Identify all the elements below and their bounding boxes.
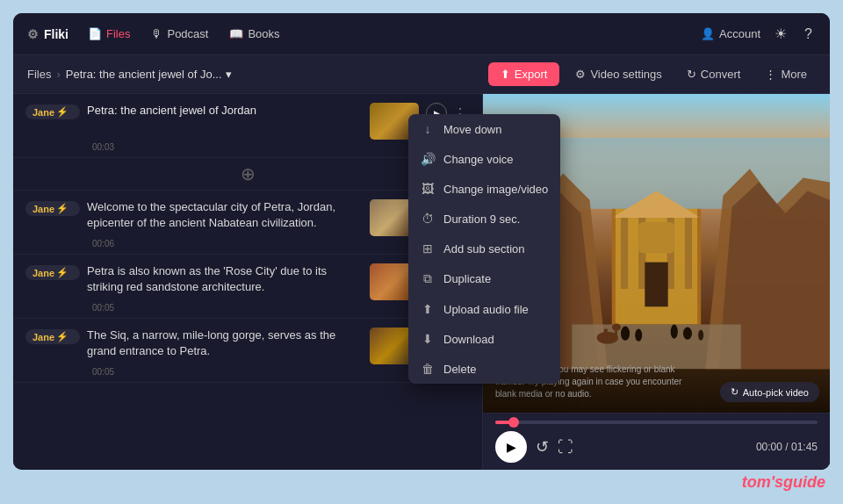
podcast-icon: 🎙 — [151, 27, 162, 40]
svg-rect-15 — [572, 325, 740, 370]
nav-item-podcast[interactable]: 🎙 Podcast — [142, 22, 217, 46]
menu-add-sub-label: Add sub section — [443, 242, 525, 256]
lightning-icon: ⚡ — [56, 203, 68, 214]
segment-content: Petra is also known as the 'Rose City' d… — [87, 264, 327, 293]
branding-logo: tom'sguide — [742, 473, 825, 492]
menu-item-add-sub[interactable]: ⊞ Add sub section — [408, 234, 560, 263]
menu-item-delete[interactable]: 🗑 Delete — [408, 354, 560, 384]
menu-change-voice-label: Change voice — [443, 153, 514, 166]
branding-highlight: guide — [783, 473, 825, 491]
segment-time-left: 00:05 — [92, 303, 114, 313]
svg-rect-23 — [615, 331, 617, 340]
lightning-icon: ⚡ — [56, 106, 68, 118]
menu-item-download[interactable]: ⬇ Download — [408, 324, 560, 354]
svg-rect-9 — [685, 218, 692, 289]
menu-item-change-voice[interactable]: 🔊 Change voice — [408, 144, 560, 174]
user-icon: 👤 — [701, 27, 715, 40]
segment-title: Petra: the ancient jewel of Jordan — [87, 104, 256, 117]
account-label: Account — [719, 27, 760, 40]
context-menu: ↓ Move down 🔊 Change voice 🖼 Change imag… — [408, 114, 560, 384]
menu-item-move-down[interactable]: ↓ Move down — [408, 114, 560, 144]
help-button[interactable]: ? — [801, 23, 816, 46]
play-pause-button[interactable]: ▶ — [495, 431, 527, 463]
nav-files-label: Files — [106, 27, 130, 40]
svg-rect-6 — [621, 218, 628, 289]
export-icon: ⬆ — [501, 68, 510, 81]
breadcrumb-current-label: Petra: the ancient jewel of Jo... — [66, 68, 222, 81]
theme-toggle-button[interactable]: ☀ — [771, 22, 790, 46]
svg-point-24 — [612, 324, 621, 331]
speaker-badge: Jane⚡ — [25, 329, 80, 344]
svg-rect-13 — [612, 209, 616, 325]
add-sub-icon: ⊞ — [421, 241, 435, 256]
chevron-down-icon: ▾ — [226, 68, 232, 81]
time-display: 00:00 / 01:45 — [756, 441, 818, 453]
menu-item-duplicate[interactable]: ⧉ Duplicate — [408, 263, 560, 294]
upload-icon: ⬆ — [421, 302, 435, 316]
delete-icon: 🗑 — [421, 362, 435, 376]
menu-item-change-image[interactable]: 🖼 Change image/video — [408, 174, 560, 204]
fullscreen-button[interactable]: ⛶ — [558, 438, 573, 457]
svg-rect-12 — [638, 222, 674, 253]
breadcrumb-separator: › — [56, 68, 60, 81]
nav-item-books[interactable]: 📖 Books — [220, 22, 288, 46]
segment-time-left: 00:05 — [92, 367, 114, 377]
gear-icon: ⚙ — [27, 27, 39, 41]
menu-move-down-label: Move down — [443, 123, 501, 136]
segment-text: The Siq, a narrow, mile-long gorge, serv… — [87, 328, 363, 359]
auto-pick-video-button[interactable]: ↻ Auto-pick video — [720, 382, 819, 402]
toolbar: Files › Petra: the ancient jewel of Jo..… — [13, 55, 830, 94]
replay-button[interactable]: ↺ — [536, 437, 549, 457]
top-navigation: ⚙ Fliki 📄 Files 🎙 Podcast 📖 Books 👤 Acco… — [13, 13, 830, 55]
nav-item-files[interactable]: 📄 Files — [79, 22, 139, 46]
files-icon: 📄 — [88, 27, 102, 40]
download-icon: ⬇ — [421, 332, 435, 346]
convert-button[interactable]: ↻ Convert — [678, 62, 750, 86]
video-controls: ▶ ↺ ⛶ 00:00 / 01:45 — [483, 413, 830, 470]
svg-rect-22 — [604, 329, 608, 340]
segment-text: Welcome to the spectacular city of Petra… — [87, 199, 363, 231]
lightning-icon: ⚡ — [56, 331, 68, 342]
menu-change-image-label: Change image/video — [443, 183, 548, 196]
menu-duplicate-label: Duplicate — [443, 272, 491, 285]
nav-right-actions: 👤 Account ☀ ? — [701, 22, 816, 46]
more-button[interactable]: ⋮ More — [756, 62, 816, 86]
speaker-badge: Jane⚡ — [25, 201, 80, 216]
svg-point-20 — [698, 330, 703, 341]
menu-item-upload-audio[interactable]: ⬆ Upload audio file — [408, 294, 560, 324]
svg-point-19 — [683, 328, 692, 340]
segment-time-left: 00:03 — [92, 142, 114, 152]
ellipsis-icon: ⋮ — [765, 68, 776, 81]
svg-rect-11 — [645, 263, 667, 307]
convert-icon: ↻ — [687, 68, 696, 81]
speaker-badge: Jane⚡ — [25, 265, 80, 280]
video-settings-button[interactable]: ⚙ Video settings — [566, 62, 670, 86]
video-progress-bar[interactable] — [495, 421, 818, 424]
menu-download-label: Download — [443, 333, 494, 346]
app-name: Fliki — [44, 27, 68, 41]
books-icon: 📖 — [229, 27, 243, 40]
svg-point-18 — [671, 325, 678, 339]
menu-item-duration[interactable]: ⏱ Duration 9 sec. — [408, 204, 560, 234]
account-button[interactable]: 👤 Account — [701, 27, 760, 40]
svg-point-16 — [621, 327, 630, 341]
svg-rect-14 — [697, 209, 701, 325]
breadcrumb-current[interactable]: Petra: the ancient jewel of Jo... ▾ — [66, 68, 232, 81]
voice-icon: 🔊 — [421, 152, 435, 166]
segment-text: Petra is also known as the 'Rose City' d… — [87, 263, 363, 295]
lightning-icon: ⚡ — [56, 267, 68, 278]
auto-pick-label: Auto-pick video — [743, 387, 809, 398]
app-logo: ⚙ Fliki — [27, 27, 68, 41]
segment-text: Petra: the ancient jewel of Jordan — [87, 103, 363, 119]
export-button[interactable]: ⬆ Export — [488, 62, 560, 86]
clock-icon: ⏱ — [421, 212, 435, 226]
progress-thumb[interactable] — [508, 417, 519, 428]
plus-icon: ⊕ — [241, 163, 256, 184]
duplicate-icon: ⧉ — [421, 271, 435, 286]
breadcrumb-root: Files — [27, 68, 51, 81]
menu-duration-label: Duration 9 sec. — [443, 212, 520, 226]
segment-time-left: 00:06 — [92, 239, 114, 248]
move-down-icon: ↓ — [421, 122, 435, 136]
toolbar-actions: ⬆ Export ⚙ Video settings ↻ Convert ⋮ Mo… — [488, 62, 816, 86]
settings-icon: ⚙ — [575, 68, 586, 81]
